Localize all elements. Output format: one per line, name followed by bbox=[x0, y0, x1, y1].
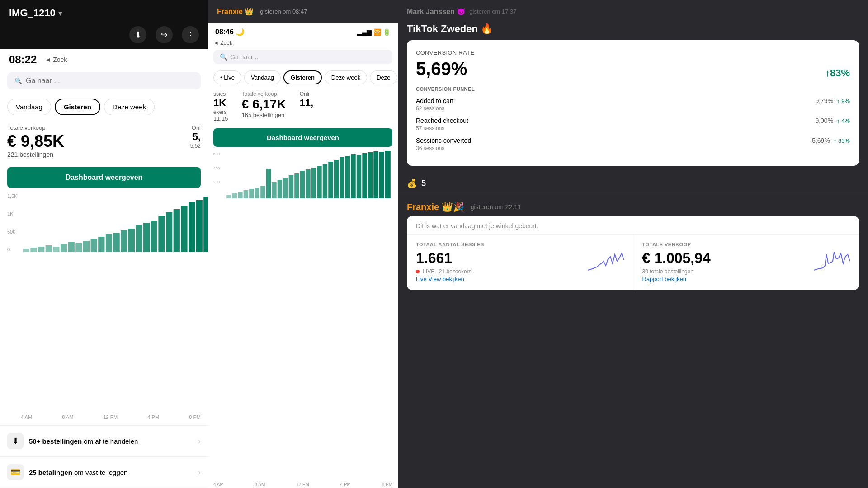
tab-gisteren[interactable]: Gisteren bbox=[55, 99, 100, 115]
svg-rect-15 bbox=[136, 225, 142, 252]
online-col: Onl 5, 5,52 bbox=[190, 124, 201, 149]
more-icon[interactable]: ⋮ bbox=[182, 26, 199, 43]
orders-chevron-icon: › bbox=[198, 436, 201, 446]
visitors-label: 5,52 bbox=[190, 143, 201, 149]
live-dot bbox=[416, 270, 420, 273]
svg-rect-13 bbox=[121, 230, 127, 252]
y-label-500: 500 bbox=[7, 229, 18, 235]
mid-dashboard-button[interactable]: Dashboard weergeven bbox=[213, 128, 392, 147]
search-bar[interactable]: 🔍 bbox=[7, 72, 201, 89]
right-panel: Mark Janssen 😈 gisteren om 17:37 TikTok … bbox=[398, 0, 868, 488]
mid-tab-week[interactable]: Deze week bbox=[325, 70, 367, 84]
download-icon[interactable]: ⬇ bbox=[129, 26, 146, 43]
orders-action-item[interactable]: ⬇ 50+ bestellingen om af te handelen › bbox=[0, 426, 208, 457]
mid-tab-live[interactable]: • Live bbox=[213, 70, 241, 84]
sales-value: € 1.005,94 bbox=[642, 250, 711, 267]
action-items: ⬇ 50+ bestellingen om af te handelen › 💳… bbox=[0, 425, 208, 488]
sales-mini-chart bbox=[814, 250, 850, 272]
conv-main-row: 5,69% ↑83% bbox=[416, 59, 850, 79]
svg-rect-24 bbox=[203, 197, 208, 252]
funnel-pct-converted: 5,69% bbox=[812, 137, 830, 144]
mid-total-orders: 165 bestellingen bbox=[242, 112, 286, 118]
mid-tab-vandaag[interactable]: Vandaag bbox=[244, 70, 281, 84]
mid-tab-row: • Live Vandaag Gisteren Deze week Deze bbox=[208, 67, 398, 88]
mid-x-4am: 4 AM bbox=[213, 482, 224, 487]
svg-rect-12 bbox=[113, 233, 119, 252]
svg-rect-5 bbox=[61, 244, 67, 252]
svg-rect-47 bbox=[334, 160, 339, 198]
svg-rect-55 bbox=[379, 152, 384, 198]
share-icon[interactable]: ↪ bbox=[156, 26, 173, 43]
rapport-link[interactable]: Rapport bekijken bbox=[642, 276, 687, 282]
svg-rect-8 bbox=[83, 241, 90, 252]
svg-rect-39 bbox=[289, 175, 293, 198]
tab-deze-week[interactable]: Deze week bbox=[104, 99, 155, 115]
svg-rect-14 bbox=[128, 229, 135, 252]
bottom-sender: Franxie 👑🎉 bbox=[407, 202, 464, 212]
bottom-time: gisteren om 22:11 bbox=[471, 203, 521, 211]
funnel-item-top-checkout: Reached checkout 9,00% ↑ 4% bbox=[416, 117, 850, 124]
mid-stats-row: ssies 1K ekers 11,15 Totale verkoop € 6,… bbox=[208, 88, 398, 125]
svg-rect-22 bbox=[189, 202, 195, 252]
back-zoek: ◄ Zoek bbox=[208, 39, 398, 47]
svg-rect-37 bbox=[278, 180, 282, 198]
svg-rect-6 bbox=[68, 242, 75, 252]
chart-area: 1,5K 1K 500 0 bbox=[0, 193, 208, 413]
x-label-12pm: 12 PM bbox=[103, 414, 118, 420]
svg-rect-34 bbox=[260, 186, 265, 198]
bar-chart bbox=[21, 193, 208, 252]
mid-status-bar: 08:46 🌙 ▂▄▆ 🛜 🔋 bbox=[208, 23, 398, 39]
funnel-change-checkout: ↑ 4% bbox=[837, 117, 850, 124]
live-label: LIVE bbox=[423, 268, 434, 275]
mid-chat-header: Franxie 👑 gisteren om 08:47 bbox=[208, 0, 398, 23]
svg-rect-38 bbox=[283, 178, 288, 198]
funnel-sessions-checkout: 57 sessions bbox=[416, 125, 850, 131]
mid-search-bar[interactable]: 🔍 Ga naar ... bbox=[213, 50, 392, 64]
funnel-item-top-converted: Sessions converted 5,69% ↑ 83% bbox=[416, 137, 850, 144]
chart-y-labels: 1,5K 1K 500 0 bbox=[7, 193, 18, 252]
coin-icon: 💰 bbox=[407, 178, 417, 188]
payments-action-item[interactable]: 💳 25 betalingen om vast te leggen › bbox=[0, 457, 208, 488]
mid-tab-deze[interactable]: Deze bbox=[370, 70, 397, 84]
y-label-1500: 1,5K bbox=[7, 193, 18, 199]
live-visitors: 21 bezoekers bbox=[439, 268, 472, 275]
battery-icon: 🔋 bbox=[383, 28, 391, 36]
total-sales-value: € 9,85K bbox=[7, 132, 64, 151]
live-view-link[interactable]: Live View bekijken bbox=[416, 276, 464, 282]
funnel-item-cart: Added to cart 9,79% ↑ 9% 62 sessions bbox=[416, 97, 850, 112]
online-label: Onl bbox=[190, 124, 201, 131]
conv-label: Conversion rate bbox=[416, 49, 850, 56]
sales-value-row: € 1.005,94 30 totale bestellingen Rappor… bbox=[642, 250, 850, 283]
funnel-name-converted: Sessions converted bbox=[416, 137, 471, 144]
right-title: TikTok Zweden 🔥 bbox=[398, 23, 868, 40]
back-label[interactable]: ◄ Zoek bbox=[45, 56, 67, 63]
mid-bar-chart: 600 400 200 bbox=[213, 150, 392, 200]
mid-sender: Franxie 👑 bbox=[217, 7, 254, 16]
mid-search-icon: 🔍 bbox=[220, 53, 227, 61]
svg-rect-9 bbox=[91, 239, 97, 252]
svg-rect-54 bbox=[373, 151, 378, 198]
right-top: Mark Janssen 😈 gisteren om 17:37 TikTok … bbox=[398, 0, 868, 194]
sessions-mini-chart bbox=[588, 250, 624, 272]
tab-vandaag[interactable]: Vandaag bbox=[7, 99, 51, 115]
mid-x-4pm: 4 PM bbox=[340, 482, 351, 487]
svg-rect-56 bbox=[385, 151, 391, 198]
dashboard-button[interactable]: Dashboard weergeven bbox=[7, 167, 201, 188]
orders-icon: ⬇ bbox=[7, 433, 24, 449]
svg-rect-46 bbox=[328, 162, 333, 198]
phone-status-bar: 08:22 ◄ Zoek bbox=[0, 49, 208, 69]
funnel-sessions-converted: 36 sessions bbox=[416, 145, 850, 151]
total-sales-label: Totale verkoop bbox=[7, 124, 64, 131]
phone-title: IMG_1210 ▾ bbox=[9, 7, 62, 19]
svg-rect-17 bbox=[151, 221, 157, 252]
wifi-icon: 🛜 bbox=[373, 28, 381, 36]
bottom-chat-header: Franxie 👑🎉 gisteren om 22:11 bbox=[398, 194, 868, 216]
mid-tab-gisteren[interactable]: Gisteren bbox=[283, 70, 322, 84]
orders-count: 221 bestellingen bbox=[7, 151, 64, 158]
svg-rect-41 bbox=[300, 171, 305, 198]
funnel-sessions-cart: 62 sessions bbox=[416, 105, 850, 112]
y-label-0: 0 bbox=[7, 247, 18, 252]
svg-rect-2 bbox=[38, 247, 44, 252]
search-input[interactable] bbox=[26, 77, 193, 85]
left-phone-card: IMG_1210 ▾ ⬇ ↪ ⋮ 08:22 ◄ Zoek 🔍 Vandaag … bbox=[0, 0, 208, 488]
